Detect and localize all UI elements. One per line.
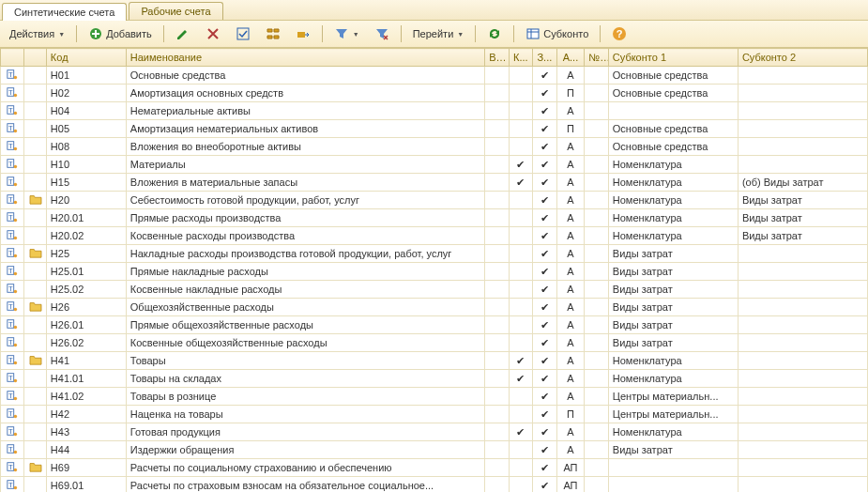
row-sub1: Виды затрат [608, 245, 738, 263]
row-n [585, 316, 608, 334]
tab-working[interactable]: Рабочие счета [129, 2, 222, 20]
edit-button[interactable] [170, 23, 196, 44]
table-row[interactable]: TН04Нематериальные активы✔А [1, 102, 868, 120]
row-k [509, 192, 532, 209]
row-code: Н69.01 [46, 477, 126, 493]
row-folder-icon [24, 120, 46, 138]
row-z: ✔ [533, 334, 556, 352]
table-row[interactable]: TН43Готовая продукция✔✔АНоменклатура [1, 423, 868, 441]
row-a: А [556, 370, 585, 388]
refresh-button[interactable] [481, 23, 508, 44]
header-code[interactable]: Код [46, 49, 126, 67]
row-z: ✔ [533, 281, 556, 299]
header-marker[interactable] [1, 49, 24, 67]
header-sub1[interactable]: Субконто 1 [608, 49, 738, 67]
tab-synthetic[interactable]: Синтетические счета [2, 3, 127, 21]
table-row[interactable]: TН25.01Прямые накладные расходы✔АВиды за… [1, 263, 868, 281]
row-sub1: Номенклатура [608, 227, 738, 245]
row-folder-icon [24, 102, 46, 120]
goto-menu[interactable]: Перейти ▼ [407, 25, 470, 42]
row-folder-icon [24, 423, 46, 441]
row-name: Себестоимость готовой продукции, работ, … [126, 192, 484, 209]
row-n [585, 441, 608, 459]
row-z: ✔ [533, 459, 556, 477]
row-folder-icon [24, 85, 46, 102]
funnel-icon [334, 26, 349, 41]
svg-point-56 [14, 361, 17, 364]
subconto-button[interactable]: Субконто [520, 23, 594, 44]
help-button[interactable]: ? [606, 23, 632, 44]
table-row[interactable]: TН25.02Косвенные накладные расходы✔АВиды… [1, 281, 868, 299]
table-row[interactable]: TН20Себестоимость готовой продукции, раб… [1, 192, 868, 209]
table-row[interactable]: TН15Вложения в материальные запасы✔✔АНом… [1, 174, 868, 192]
row-v [485, 370, 509, 388]
table-row[interactable]: TН20.01Прямые расходы производства✔АНоме… [1, 209, 868, 227]
row-k [509, 406, 532, 423]
row-folder-icon [24, 156, 46, 174]
row-folder-icon [24, 334, 46, 352]
table-scroll[interactable]: Код Наименование В... К... З... А... №..… [0, 48, 868, 492]
table-row[interactable]: TН41.01Товары на складах✔✔АНоменклатура [1, 370, 868, 388]
row-code: Н20 [46, 192, 126, 209]
row-name: Общехозяйственные расходы [126, 299, 484, 316]
add-button[interactable]: Добавить [83, 23, 158, 44]
subconto-icon [525, 26, 541, 41]
table-row[interactable]: TН20.02Косвенные расходы производства✔АН… [1, 227, 868, 245]
table-row[interactable]: TН69.01Расчеты по страховым взносам на о… [1, 477, 868, 493]
row-n [585, 174, 608, 192]
header-k[interactable]: К... [509, 49, 532, 67]
table-row[interactable]: TН08Вложения во внеоборотные активы✔АОсн… [1, 138, 868, 156]
table-row[interactable]: TН44Издержки обращения✔АВиды затрат [1, 441, 868, 459]
filter-clear-button[interactable] [369, 23, 395, 44]
table-row[interactable]: TН02Амортизация основных средств✔ПОсновн… [1, 85, 868, 102]
table-row[interactable]: TН01Основные средства✔АОсновные средства [1, 67, 868, 85]
header-a[interactable]: А... [556, 49, 585, 67]
row-sub2 [738, 334, 867, 352]
row-code: Н20.01 [46, 209, 126, 227]
row-marker-icon: T [1, 316, 24, 334]
actions-menu[interactable]: Действия ▼ [4, 25, 70, 42]
row-n [585, 370, 608, 388]
header-n[interactable]: №.. [585, 49, 608, 67]
row-sub2 [738, 67, 867, 85]
row-k [509, 459, 532, 477]
table-row[interactable]: TН26.02Косвенные общехозяйственные расхо… [1, 334, 868, 352]
row-z: ✔ [533, 245, 556, 263]
row-v [485, 316, 509, 334]
table-row[interactable]: TН26.01Прямые общехозяйственные расходы✔… [1, 316, 868, 334]
table-row[interactable]: TН25Накладные расходы производства готов… [1, 245, 868, 263]
header-sub2[interactable]: Субконто 2 [738, 49, 867, 67]
table-row[interactable]: TН69Расчеты по социальному страхованию и… [1, 459, 868, 477]
goto-label: Перейти [413, 28, 454, 39]
header-v[interactable]: В... [485, 49, 509, 67]
mark-button[interactable] [230, 23, 256, 44]
table-row[interactable]: TН41.02Товары в рознице✔АЦентры материал… [1, 388, 868, 406]
delete-button[interactable] [200, 23, 226, 44]
row-k [509, 299, 532, 316]
row-code: Н26.02 [46, 334, 126, 352]
header-name[interactable]: Наименование [126, 49, 484, 67]
move-button[interactable] [290, 23, 316, 44]
hierarchy-button[interactable] [260, 23, 286, 44]
filter-button[interactable]: ▼ [328, 23, 365, 44]
table-row[interactable]: TН42Наценка на товары✔ПЦентры материальн… [1, 406, 868, 423]
row-z: ✔ [533, 156, 556, 174]
row-k: ✔ [509, 352, 532, 370]
row-z: ✔ [533, 370, 556, 388]
table-row[interactable]: TН10Материалы✔✔АНоменклатура [1, 156, 868, 174]
table-row[interactable]: TН41Товары✔✔АНоменклатура [1, 352, 868, 370]
row-a: А [556, 316, 585, 334]
row-code: Н26.01 [46, 316, 126, 334]
row-n [585, 209, 608, 227]
row-name: Прямые общехозяйственные расходы [126, 316, 484, 334]
row-z: ✔ [533, 85, 556, 102]
header-z[interactable]: З... [533, 49, 556, 67]
pencil-icon [175, 26, 190, 41]
row-k: ✔ [509, 156, 532, 174]
table-row[interactable]: TН26Общехозяйственные расходы✔АВиды затр… [1, 299, 868, 316]
header-folder[interactable] [24, 49, 46, 67]
row-k [509, 227, 532, 245]
row-sub1: Виды затрат [608, 334, 738, 352]
table-row[interactable]: TН05Амортизация нематериальных активов✔П… [1, 120, 868, 138]
row-name: Расчеты по социальному страхованию и обе… [126, 459, 484, 477]
